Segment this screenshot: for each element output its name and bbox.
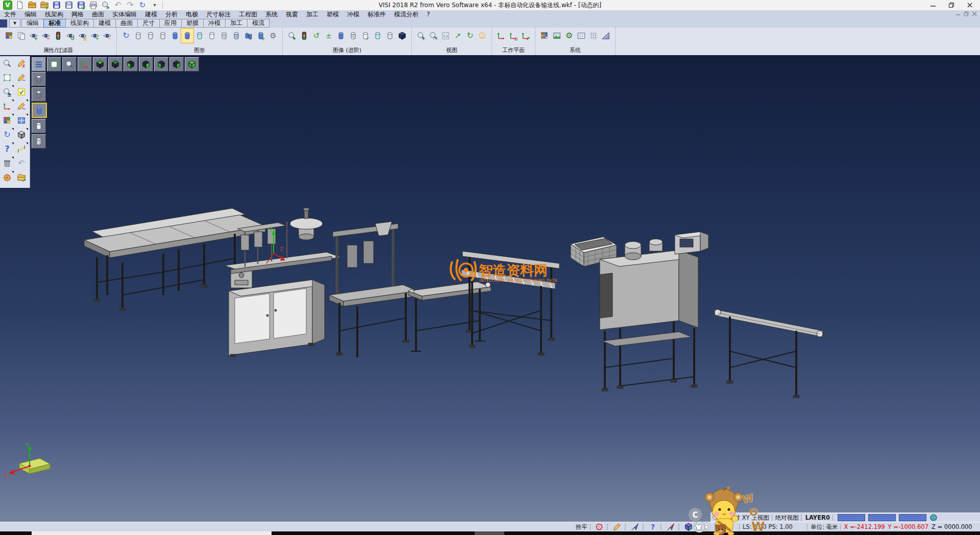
doc-restore-icon[interactable] — [964, 11, 969, 18]
view-mode-label[interactable]: 绝对视图 — [775, 514, 799, 522]
layer-label[interactable]: LAYER0 — [805, 514, 830, 521]
context-help-icon[interactable]: ? — [0, 142, 14, 156]
curve-sketch-icon[interactable]: ~ — [14, 70, 29, 85]
system-options-icon[interactable]: ⚙ — [563, 29, 575, 43]
tab-8[interactable]: 冲模 — [203, 19, 226, 28]
ghost-mode-icon[interactable] — [32, 119, 46, 133]
advanced-zoom-icon[interactable]: + — [286, 29, 298, 43]
cpl-entity-icon[interactable]: ▫ — [507, 29, 520, 43]
wireframe-view-icon[interactable] — [132, 29, 144, 43]
viewport-canvas[interactable]: Y Z Y X 智 — [0, 55, 980, 522]
menu-item-17[interactable]: 模流分析 — [390, 10, 423, 18]
window-view-icon[interactable] — [14, 113, 29, 128]
view-back-cube-icon[interactable] — [169, 57, 184, 71]
save-all-icon[interactable]: ↺ — [76, 1, 87, 10]
tab-1[interactable]: 标准 — [43, 19, 66, 28]
tab-6[interactable]: 应用 — [159, 19, 182, 28]
selection-filter-icon[interactable] — [52, 29, 64, 43]
translucent-view-icon[interactable] — [193, 29, 206, 43]
hatched-solid-view-icon[interactable] — [230, 29, 242, 43]
redo-icon[interactable]: ↷ — [125, 1, 136, 10]
menu-item-2[interactable]: 线架构 — [41, 10, 67, 18]
view-left-cube-icon[interactable] — [124, 57, 138, 71]
tab-5[interactable]: 尺寸 — [137, 19, 160, 28]
copy-attributes-icon[interactable] — [15, 29, 28, 43]
hatched-view-icon[interactable] — [218, 29, 230, 43]
machine-capping-station[interactable] — [329, 222, 418, 357]
globe-icon[interactable] — [928, 514, 939, 522]
cpl-triad-icon[interactable] — [78, 57, 92, 71]
tab-10[interactable]: 模流 — [247, 19, 270, 28]
color-palette-icon[interactable] — [538, 29, 551, 43]
menu-item-14[interactable]: 塑模 — [323, 10, 343, 18]
zoom-window-select-icon[interactable] — [0, 70, 14, 85]
menu-item-9[interactable]: 尺寸标注 — [202, 10, 235, 18]
ghost-view-icon[interactable] — [206, 29, 218, 43]
shaded-mode-icon[interactable] — [32, 103, 47, 118]
layer-color-swatch-2[interactable] — [868, 514, 896, 521]
menu-item-13[interactable]: 加工 — [302, 10, 323, 18]
export-folder-icon[interactable]: ↗ — [14, 171, 29, 185]
menu-item-4[interactable]: 曲面 — [88, 10, 108, 18]
coordinate-table-icon[interactable] — [575, 29, 587, 43]
advanced-invert-icon[interactable]: ± — [323, 29, 335, 43]
send-view-icon[interactable] — [665, 523, 676, 531]
tab-4[interactable]: 曲面 — [115, 19, 138, 28]
menu-item-3[interactable]: 网格 — [67, 10, 88, 18]
view-top-cube-icon[interactable] — [93, 57, 107, 71]
confirm-selection-icon[interactable] — [14, 85, 29, 99]
view-iso-cube-icon[interactable] — [185, 57, 199, 71]
modify-attributes-icon[interactable] — [3, 29, 15, 43]
minimize-button[interactable] — [924, 0, 942, 10]
regen-graphics-icon[interactable]: ↻ — [120, 29, 132, 43]
menu-item-1[interactable]: 编辑 — [20, 10, 41, 18]
menu-item-0[interactable]: 文件 — [0, 10, 20, 18]
hatched-mode-icon[interactable] — [32, 134, 46, 149]
undo-icon[interactable]: ↶ — [112, 1, 124, 10]
layer-manager-icon[interactable] — [600, 29, 612, 43]
menu-item-11[interactable]: 系统 — [261, 10, 282, 18]
rotate-view-icon[interactable]: ↻ — [464, 29, 476, 43]
insert-file-icon[interactable]: + — [39, 1, 50, 10]
menu-item-5[interactable]: 实体编辑 — [108, 10, 141, 18]
ucs-orient-icon[interactable] — [0, 99, 14, 113]
print-icon[interactable] — [88, 1, 99, 10]
zoom-options-icon[interactable]: ± — [0, 85, 14, 99]
machine-outfeed-conveyor[interactable] — [715, 309, 823, 398]
solid-preview-icon[interactable] — [14, 128, 29, 142]
open-file-icon[interactable] — [27, 1, 38, 10]
restore-button[interactable] — [942, 0, 961, 10]
menu-item-16[interactable]: 标准件 — [363, 10, 390, 18]
tab-3[interactable]: 建模 — [93, 19, 116, 28]
shaded-view-icon[interactable] — [169, 29, 181, 43]
graphics-options-icon[interactable]: ⚙ — [267, 29, 279, 43]
solid-prism-icon[interactable] — [396, 29, 408, 43]
snap-grid-icon[interactable] — [587, 29, 600, 43]
snap-indicator-icon[interactable] — [594, 523, 605, 531]
hidden-mode-icon[interactable] — [32, 87, 46, 102]
machine-belt-conveyor[interactable] — [408, 282, 491, 351]
recent-actions-icon[interactable]: ↻ — [137, 1, 148, 10]
wire-render-icon[interactable] — [384, 29, 396, 43]
shaded-edges-view-icon[interactable] — [181, 29, 193, 43]
zoom-window-icon[interactable]: □ — [427, 29, 439, 43]
viewport-menu-icon[interactable] — [32, 57, 46, 71]
wireframe-mode-icon[interactable] — [32, 72, 46, 86]
menu-item-6[interactable]: 建模 — [141, 10, 161, 18]
annotate-icon[interactable] — [611, 523, 623, 531]
hide-all-icon[interactable]: − — [101, 29, 113, 43]
stripe-render-icon[interactable] — [347, 29, 359, 43]
zoom-extents-icon[interactable]: + — [415, 29, 427, 43]
orbit-view-icon[interactable]: ☺ — [476, 29, 488, 43]
doc-close-icon[interactable] — [972, 11, 977, 18]
verified-render-icon[interactable]: ✓ — [359, 29, 372, 43]
refresh-visibility-icon[interactable]: ↺ — [64, 29, 77, 43]
navigator-wheel-icon[interactable] — [0, 171, 14, 185]
zoom-actual-icon[interactable]: 1:1 — [439, 29, 452, 43]
visi-logo[interactable]: V — [2, 1, 13, 10]
tab-7[interactable]: 塑膜 — [181, 19, 204, 28]
close-button[interactable] — [961, 0, 979, 10]
solid-render-icon[interactable] — [335, 29, 347, 43]
hide-entities-icon[interactable]: − — [40, 29, 52, 43]
taskbar-button-segment[interactable] — [475, 531, 504, 535]
